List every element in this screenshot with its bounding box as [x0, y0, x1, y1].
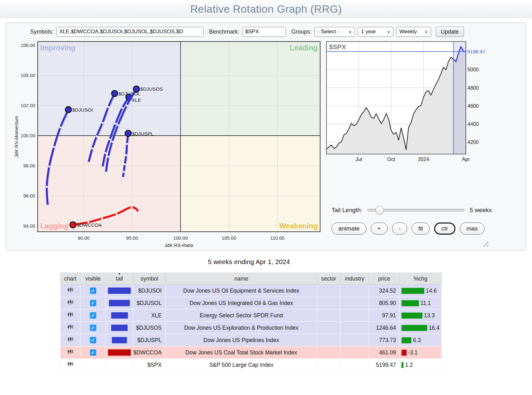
col-header-industry[interactable]: industry — [340, 273, 369, 285]
candlestick-chart-icon — [67, 361, 73, 367]
table-row: $SPXS&P 500 Large Cap Index5199.471.2 — [60, 359, 442, 371]
chevron-down-icon: ∨ — [425, 29, 428, 34]
svg-text:106.00: 106.00 — [21, 42, 35, 48]
visible-cell: ✓ — [80, 297, 106, 309]
svg-text:Oct: Oct — [387, 157, 395, 162]
groups-select[interactable]: - Select - ∨ — [314, 27, 355, 37]
pctchg-bar — [402, 288, 424, 294]
slider-thumb[interactable] — [376, 206, 384, 215]
pctchg-bar — [402, 350, 406, 356]
y-axis-title: JdK RS-Momentum — [14, 116, 19, 158]
visible-cell: ✓ — [80, 334, 106, 346]
name-cell: S&P 500 Large Cap Index — [166, 359, 317, 371]
tail-cell — [106, 359, 133, 371]
visible-checkbox[interactable]: ✓ — [90, 325, 96, 331]
col-header-tail[interactable]: ▼tail — [106, 273, 133, 285]
name-cell: Energy Select Sector SPDR Fund — [166, 309, 317, 322]
visible-checkbox[interactable]: ✓ — [90, 300, 96, 306]
symbol-cell: $DJUSPL — [133, 334, 166, 346]
chart-link-cell[interactable] — [60, 297, 80, 309]
price-cell: 97.91 — [369, 309, 399, 322]
symbol-cell: $SPX — [133, 359, 166, 371]
benchmark-chart: $SPX5199.4742004400460048005000JulOct202… — [323, 39, 494, 175]
col-header-pctchg[interactable]: %chg — [399, 273, 442, 285]
svg-text:104.00: 104.00 — [21, 73, 35, 78]
pctchg-value: 11.1 — [421, 300, 431, 307]
tail-length-value: 5 weeks — [470, 207, 492, 214]
col-header-name[interactable]: name — [166, 273, 317, 285]
table-row: ✓XLEEnergy Select Sector SPDR Fund97.911… — [60, 309, 442, 322]
pctchg-cell: 14.6 — [399, 285, 442, 297]
svg-text:90.00: 90.00 — [78, 235, 90, 241]
update-button[interactable]: Update — [436, 27, 464, 37]
col-header-sector[interactable]: sector — [317, 273, 340, 285]
tail-color-swatch[interactable] — [109, 300, 130, 306]
svg-text:94.00: 94.00 — [23, 223, 35, 229]
chart-link-cell[interactable] — [60, 322, 80, 334]
chart-link-cell[interactable] — [60, 346, 80, 359]
max-button[interactable]: max — [460, 223, 484, 235]
col-header-symbol[interactable]: symbol — [133, 273, 166, 285]
col-header-visible[interactable]: visible — [80, 273, 106, 285]
price-cell: 324.52 — [369, 285, 399, 297]
frequency-select[interactable]: Weekly ∨ — [396, 27, 431, 37]
period-select[interactable]: 1 year ∨ — [358, 27, 393, 37]
svg-text:4600: 4600 — [467, 103, 479, 109]
visible-checkbox[interactable]: ✓ — [90, 349, 96, 356]
col-header-chart[interactable]: chart — [60, 273, 80, 285]
tail-color-swatch[interactable] — [112, 337, 127, 343]
price-cell: 805.90 — [369, 297, 399, 309]
pctchg-bar — [402, 300, 419, 306]
tail-color-swatch[interactable] — [111, 325, 128, 331]
tail-length-slider[interactable] — [367, 209, 465, 211]
name-cell: Dow Jones US Oil Equipment & Services In… — [166, 285, 317, 297]
rrg-symbol-label: XLE — [132, 97, 141, 103]
candlestick-chart-icon — [67, 337, 73, 342]
quadrant-label-improving: Improving — [40, 44, 75, 52]
tail-color-swatch[interactable] — [108, 288, 131, 294]
chart-link-cell[interactable] — [60, 359, 80, 371]
rrg-symbol-label: $DJUSPL — [132, 131, 154, 136]
zoom-in-button[interactable]: + — [371, 223, 388, 235]
visible-checkbox[interactable]: ✓ — [90, 337, 96, 343]
symbols-input[interactable] — [56, 27, 204, 37]
tail-color-swatch[interactable] — [111, 312, 128, 319]
svg-text:4800: 4800 — [467, 85, 479, 91]
tail-color-swatch[interactable] — [108, 349, 131, 356]
symbols-table: chart visible ▼tail symbol name sector i… — [60, 273, 442, 371]
rrg-symbol-label: $DJUSOI — [72, 107, 93, 113]
col-header-price[interactable]: price — [369, 273, 399, 285]
visible-cell — [80, 359, 106, 371]
symbol-cell: $DJUSOS — [133, 322, 166, 334]
sector-cell — [317, 334, 340, 346]
visible-checkbox[interactable]: ✓ — [90, 312, 96, 319]
chart-link-cell[interactable] — [60, 309, 80, 322]
svg-text:Apr: Apr — [462, 157, 470, 162]
svg-text:Jul: Jul — [356, 157, 362, 162]
pctchg-bar — [402, 337, 411, 343]
svg-text:95.00: 95.00 — [126, 235, 138, 241]
symbol-cell: $DWCCOA — [133, 346, 166, 359]
chart-link-cell[interactable] — [60, 285, 80, 297]
animate-button[interactable]: animate — [332, 223, 366, 235]
benchmark-input[interactable] — [242, 27, 286, 37]
visible-checkbox[interactable]: ✓ — [90, 288, 96, 294]
center-button[interactable]: ctr — [434, 223, 455, 235]
industry-cell — [340, 359, 369, 371]
svg-text:2024: 2024 — [418, 157, 429, 162]
industry-cell — [340, 297, 369, 309]
pctchg-cell: 11.1 — [399, 297, 442, 309]
symbol-cell: XLE — [133, 309, 166, 322]
svg-text:96.00: 96.00 — [23, 193, 35, 198]
chevron-down-icon: ∨ — [349, 29, 352, 34]
pctchg-bar — [402, 325, 427, 331]
rrg-buttons-row: animate + - fit ctr max — [332, 223, 484, 235]
quadrant-label-weakening: Weakening — [279, 222, 318, 230]
candlestick-chart-icon — [67, 324, 73, 330]
zoom-out-button[interactable]: - — [392, 223, 407, 235]
chart-link-cell[interactable] — [60, 334, 80, 346]
table-caption: 5 weeks ending Apr 1, 2024 — [60, 258, 438, 266]
fit-button[interactable]: fit — [412, 223, 430, 235]
table-row: ✓$DJUSOIDow Jones US Oil Equipment & Ser… — [60, 285, 442, 297]
resize-grip[interactable] — [483, 241, 488, 247]
